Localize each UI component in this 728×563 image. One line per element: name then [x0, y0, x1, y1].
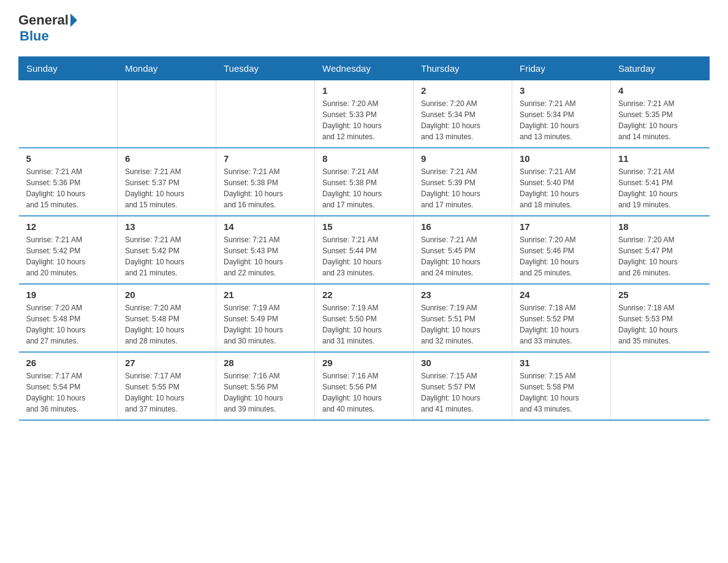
- calendar-cell: 7Sunrise: 7:21 AMSunset: 5:38 PMDaylight…: [216, 148, 315, 216]
- page-header: General Blue: [18, 12, 710, 44]
- day-number: 23: [421, 289, 504, 300]
- day-number: 29: [322, 358, 406, 368]
- day-of-week-header: Friday: [512, 57, 611, 80]
- day-number: 22: [322, 289, 406, 300]
- day-of-week-header: Sunday: [19, 57, 118, 80]
- calendar-cell: 19Sunrise: 7:20 AMSunset: 5:48 PMDayligh…: [19, 284, 118, 352]
- day-number: 7: [224, 153, 307, 164]
- day-info: Sunrise: 7:19 AMSunset: 5:50 PMDaylight:…: [322, 302, 406, 347]
- day-number: 28: [224, 358, 307, 368]
- day-info: Sunrise: 7:17 AMSunset: 5:54 PMDaylight:…: [26, 370, 110, 415]
- calendar-cell: 3Sunrise: 7:21 AMSunset: 5:34 PMDaylight…: [512, 80, 611, 148]
- day-number: 14: [224, 221, 307, 232]
- calendar-week-row: 1Sunrise: 7:20 AMSunset: 5:33 PMDaylight…: [19, 80, 710, 148]
- calendar-cell: 15Sunrise: 7:21 AMSunset: 5:44 PMDayligh…: [315, 216, 414, 284]
- calendar-cell: 27Sunrise: 7:17 AMSunset: 5:55 PMDayligh…: [118, 352, 216, 420]
- day-of-week-header: Thursday: [414, 57, 512, 80]
- day-info: Sunrise: 7:21 AMSunset: 5:41 PMDaylight:…: [618, 166, 702, 210]
- day-number: 8: [322, 153, 406, 164]
- day-number: 11: [618, 153, 702, 164]
- day-number: 15: [322, 221, 406, 232]
- calendar-cell: 8Sunrise: 7:21 AMSunset: 5:38 PMDaylight…: [315, 148, 414, 216]
- day-number: 27: [125, 358, 208, 368]
- day-info: Sunrise: 7:15 AMSunset: 5:58 PMDaylight:…: [520, 370, 603, 415]
- day-number: 13: [125, 221, 208, 232]
- calendar-cell: 11Sunrise: 7:21 AMSunset: 5:41 PMDayligh…: [611, 148, 710, 216]
- day-info: Sunrise: 7:21 AMSunset: 5:38 PMDaylight:…: [224, 166, 307, 210]
- calendar-week-row: 26Sunrise: 7:17 AMSunset: 5:54 PMDayligh…: [19, 352, 710, 420]
- calendar-cell: 6Sunrise: 7:21 AMSunset: 5:37 PMDaylight…: [118, 148, 216, 216]
- calendar-cell: [118, 80, 216, 148]
- calendar-cell: 17Sunrise: 7:20 AMSunset: 5:46 PMDayligh…: [512, 216, 611, 284]
- calendar-cell: [611, 352, 710, 420]
- calendar-week-row: 12Sunrise: 7:21 AMSunset: 5:42 PMDayligh…: [19, 216, 710, 284]
- day-number: 16: [421, 221, 504, 232]
- day-info: Sunrise: 7:21 AMSunset: 5:42 PMDaylight:…: [125, 234, 208, 278]
- calendar-cell: [19, 80, 118, 148]
- calendar-cell: 31Sunrise: 7:15 AMSunset: 5:58 PMDayligh…: [512, 352, 611, 420]
- day-info: Sunrise: 7:21 AMSunset: 5:34 PMDaylight:…: [520, 98, 603, 142]
- day-number: 12: [26, 221, 110, 232]
- calendar-cell: 2Sunrise: 7:20 AMSunset: 5:34 PMDaylight…: [414, 80, 512, 148]
- logo-general-text: General: [18, 12, 69, 28]
- calendar-cell: 5Sunrise: 7:21 AMSunset: 5:36 PMDaylight…: [19, 148, 118, 216]
- calendar-cell: 26Sunrise: 7:17 AMSunset: 5:54 PMDayligh…: [19, 352, 118, 420]
- day-info: Sunrise: 7:16 AMSunset: 5:56 PMDaylight:…: [224, 370, 307, 415]
- day-number: 21: [224, 289, 307, 300]
- logo-arrow-icon: [70, 13, 77, 27]
- day-number: 17: [520, 221, 603, 232]
- day-info: Sunrise: 7:21 AMSunset: 5:40 PMDaylight:…: [520, 166, 603, 210]
- day-of-week-header: Monday: [118, 57, 216, 80]
- calendar-table: SundayMondayTuesdayWednesdayThursdayFrid…: [18, 56, 710, 421]
- day-info: Sunrise: 7:20 AMSunset: 5:33 PMDaylight:…: [322, 98, 406, 142]
- day-info: Sunrise: 7:20 AMSunset: 5:48 PMDaylight:…: [125, 302, 208, 347]
- calendar-cell: [216, 80, 315, 148]
- day-number: 6: [125, 153, 208, 164]
- calendar-cell: 12Sunrise: 7:21 AMSunset: 5:42 PMDayligh…: [19, 216, 118, 284]
- day-number: 25: [618, 289, 702, 300]
- day-number: 31: [520, 358, 603, 368]
- calendar-cell: 22Sunrise: 7:19 AMSunset: 5:50 PMDayligh…: [315, 284, 414, 352]
- calendar-cell: 20Sunrise: 7:20 AMSunset: 5:48 PMDayligh…: [118, 284, 216, 352]
- calendar-cell: 4Sunrise: 7:21 AMSunset: 5:35 PMDaylight…: [611, 80, 710, 148]
- day-info: Sunrise: 7:21 AMSunset: 5:42 PMDaylight:…: [26, 234, 110, 278]
- day-number: 10: [520, 153, 603, 164]
- day-number: 2: [421, 85, 504, 96]
- logo-blue-text: Blue: [20, 28, 49, 44]
- day-info: Sunrise: 7:21 AMSunset: 5:35 PMDaylight:…: [618, 98, 702, 142]
- day-info: Sunrise: 7:21 AMSunset: 5:45 PMDaylight:…: [421, 234, 504, 278]
- calendar-cell: 1Sunrise: 7:20 AMSunset: 5:33 PMDaylight…: [315, 80, 414, 148]
- day-info: Sunrise: 7:21 AMSunset: 5:43 PMDaylight:…: [224, 234, 307, 278]
- day-number: 30: [421, 358, 504, 368]
- day-number: 1: [322, 85, 406, 96]
- day-info: Sunrise: 7:20 AMSunset: 5:46 PMDaylight:…: [520, 234, 603, 278]
- calendar-week-row: 5Sunrise: 7:21 AMSunset: 5:36 PMDaylight…: [19, 148, 710, 216]
- day-info: Sunrise: 7:15 AMSunset: 5:57 PMDaylight:…: [421, 370, 504, 415]
- day-info: Sunrise: 7:19 AMSunset: 5:51 PMDaylight:…: [421, 302, 504, 347]
- calendar-week-row: 19Sunrise: 7:20 AMSunset: 5:48 PMDayligh…: [19, 284, 710, 352]
- day-info: Sunrise: 7:17 AMSunset: 5:55 PMDaylight:…: [125, 370, 208, 415]
- logo: General Blue: [18, 12, 77, 44]
- day-info: Sunrise: 7:19 AMSunset: 5:49 PMDaylight:…: [224, 302, 307, 347]
- calendar-cell: 25Sunrise: 7:18 AMSunset: 5:53 PMDayligh…: [611, 284, 710, 352]
- day-info: Sunrise: 7:21 AMSunset: 5:44 PMDaylight:…: [322, 234, 406, 278]
- calendar-cell: 21Sunrise: 7:19 AMSunset: 5:49 PMDayligh…: [216, 284, 315, 352]
- calendar-cell: 23Sunrise: 7:19 AMSunset: 5:51 PMDayligh…: [414, 284, 512, 352]
- day-of-week-header: Saturday: [611, 57, 710, 80]
- day-info: Sunrise: 7:18 AMSunset: 5:52 PMDaylight:…: [520, 302, 603, 347]
- calendar-cell: 18Sunrise: 7:20 AMSunset: 5:47 PMDayligh…: [611, 216, 710, 284]
- calendar-cell: 16Sunrise: 7:21 AMSunset: 5:45 PMDayligh…: [414, 216, 512, 284]
- day-number: 20: [125, 289, 208, 300]
- calendar-cell: 10Sunrise: 7:21 AMSunset: 5:40 PMDayligh…: [512, 148, 611, 216]
- day-number: 3: [520, 85, 603, 96]
- calendar-header-row: SundayMondayTuesdayWednesdayThursdayFrid…: [19, 57, 710, 80]
- calendar-cell: 30Sunrise: 7:15 AMSunset: 5:57 PMDayligh…: [414, 352, 512, 420]
- calendar-cell: 28Sunrise: 7:16 AMSunset: 5:56 PMDayligh…: [216, 352, 315, 420]
- calendar-cell: 14Sunrise: 7:21 AMSunset: 5:43 PMDayligh…: [216, 216, 315, 284]
- day-of-week-header: Tuesday: [216, 57, 315, 80]
- calendar-cell: 13Sunrise: 7:21 AMSunset: 5:42 PMDayligh…: [118, 216, 216, 284]
- day-info: Sunrise: 7:20 AMSunset: 5:48 PMDaylight:…: [26, 302, 110, 347]
- day-info: Sunrise: 7:21 AMSunset: 5:36 PMDaylight:…: [26, 166, 110, 210]
- calendar-cell: 29Sunrise: 7:16 AMSunset: 5:56 PMDayligh…: [315, 352, 414, 420]
- day-number: 24: [520, 289, 603, 300]
